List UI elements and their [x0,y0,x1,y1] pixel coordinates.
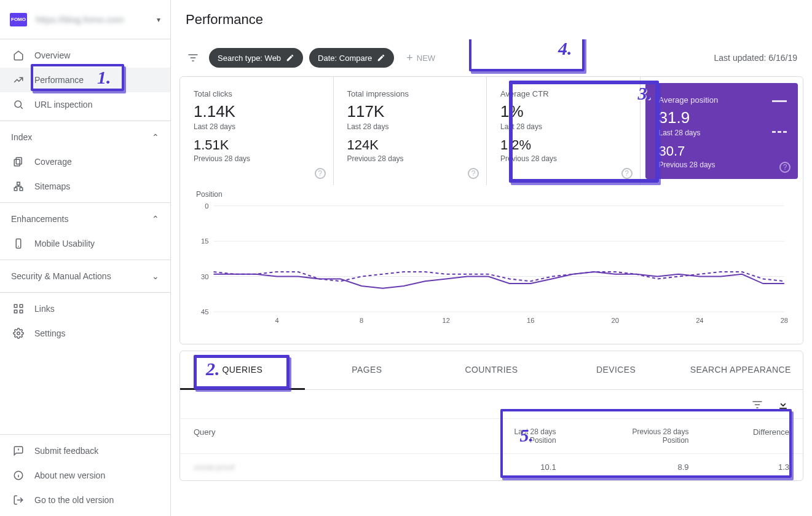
svg-point-11 [17,332,20,335]
col-last-position[interactable]: Last 28 days Position [460,419,570,454]
sidebar-group-index[interactable]: Index ⌃ [0,125,170,149]
info-icon [11,470,26,481]
annotation-number-1: 1. [97,67,111,88]
svg-rect-10 [20,310,23,313]
tab-search-appearance[interactable]: SEARCH APPEARANCE [678,351,803,389]
tab-countries[interactable]: COUNTRIES [429,351,554,389]
sidebar-item-links[interactable]: Links [0,296,170,321]
sidebar-item-label: Overview [34,50,70,60]
help-icon[interactable]: ? [779,162,790,173]
metric-value-prev: 124K [347,137,473,153]
svg-rect-8 [20,304,23,308]
chip-label: Search type: Web [218,54,281,63]
col-difference[interactable]: Difference [703,419,803,454]
svg-text:24: 24 [696,317,703,324]
sidebar-item-label: Coverage [34,157,72,167]
sidebar-item-url-inspection[interactable]: URL inspection [0,92,170,117]
sitemap-icon [11,181,26,192]
help-icon[interactable]: ? [468,168,479,179]
chevron-down-icon: ⌄ [152,271,159,281]
metric-value-prev: 1.51K [194,137,320,153]
cell-difference: 1.3 [703,454,803,481]
sidebar-item-sitemaps[interactable]: Sitemaps [0,174,170,199]
sidebar-item-label: Settings [34,328,66,338]
help-icon[interactable]: ? [315,168,326,179]
sidebar-item-label: Links [34,304,55,314]
metric-impressions[interactable]: Total impressions 117K Last 28 days 124K… [334,77,487,185]
metric-label: Average CTR [500,89,626,98]
plus-icon: + [406,52,413,63]
metric-value-prev: 1.2% [500,137,626,153]
metric-value: 1% [500,102,626,121]
sidebar-item-old-version[interactable]: Go to the old version [0,488,170,512]
sidebar-item-about[interactable]: About new version [0,463,170,488]
sidebar-item-label: Performance [34,75,84,85]
svg-rect-2 [14,159,20,166]
metric-label: Total clicks [194,89,320,98]
sidebar-item-label: URL inspection [34,100,92,109]
svg-text:16: 16 [527,317,534,324]
sidebar-group-security[interactable]: Security & Manual Actions ⌄ [0,264,170,288]
exit-icon [11,494,26,506]
table-row[interactable]: social proof 10.1 8.9 1.3 [180,454,803,481]
sidebar-item-settings[interactable]: Settings [0,321,170,346]
metric-value: 1.14K [194,102,320,121]
sidebar-item-label: About new version [34,470,105,480]
sidebar-item-coverage[interactable]: Coverage [0,149,170,174]
metric-ctr[interactable]: Average CTR 1% Last 28 days 1.2% Previou… [487,77,641,185]
sidebar-item-performance[interactable]: Performance 1. [0,68,170,92]
sidebar-item-overview[interactable]: Overview [0,43,170,68]
tabs-row: QUERIES PAGES COUNTRIES DEVICES SEARCH A… [180,351,803,390]
svg-text:30: 30 [201,273,208,280]
metric-sub-prev: Previous 28 days [347,154,473,163]
chevron-down-icon: ▾ [157,15,160,24]
content-scroll[interactable]: Search type: Web Date: Compare + NEW Las… [171,39,812,516]
metric-clicks[interactable]: Total clicks 1.14K Last 28 days 1.51K Pr… [180,77,334,185]
site-logo: FOMO [10,13,27,26]
col-prev-position[interactable]: Previous 28 days Position [570,419,703,454]
sidebar-item-feedback[interactable]: Submit feedback [0,439,170,463]
sidebar-item-label: Sitemaps [34,181,70,191]
sidebar-item-mobile[interactable]: Mobile Usability [0,231,170,256]
legend-dashed-icon [772,131,787,133]
search-type-chip[interactable]: Search type: Web [209,48,303,68]
tab-devices[interactable]: DEVICES [554,351,679,389]
property-selector[interactable]: FOMO https://blog.fomo.com ▾ [0,0,170,39]
metric-sub: Last 28 days [500,122,626,131]
metric-label: Average position [659,95,785,105]
download-icon[interactable] [777,399,789,413]
col-query[interactable]: Query [180,419,460,454]
new-label: NEW [417,54,435,63]
feedback-icon [11,445,26,456]
svg-rect-7 [14,304,17,308]
svg-rect-9 [14,310,17,313]
page-title: Performance [171,0,812,39]
metric-label: Total impressions [347,89,473,98]
tab-pages[interactable]: PAGES [305,351,430,389]
metric-sub-prev: Previous 28 days [500,154,626,163]
queries-table: Query Last 28 days Position Previous 28 … [180,418,803,480]
chip-label: Date: Compare [318,54,372,63]
chevron-up-icon: ⌃ [152,214,159,224]
legend-solid-icon [772,100,787,102]
help-icon[interactable]: ? [621,168,633,179]
metric-position[interactable]: Average position 31.9 Last 28 days 30.7 … [645,83,798,179]
cell-prev-position: 8.9 [570,454,703,481]
site-url: https://blog.fomo.com [36,14,157,25]
table-filter-icon[interactable] [751,399,763,413]
sidebar-item-label: Submit feedback [34,446,98,456]
svg-text:20: 20 [612,317,619,324]
svg-rect-3 [17,182,20,185]
add-filter-button[interactable]: + NEW [400,48,441,68]
svg-text:8: 8 [360,317,363,324]
metric-value-prev: 30.7 [659,143,785,159]
svg-text:0: 0 [205,202,208,210]
sidebar: FOMO https://blog.fomo.com ▾ Overview Pe… [0,0,171,516]
pages-icon [11,156,26,167]
filter-toolbar: Search type: Web Date: Compare + NEW Las… [171,39,812,76]
tab-queries[interactable]: QUERIES [180,351,305,390]
metric-sub-prev: Previous 28 days [659,161,785,169]
filter-icon[interactable] [186,52,200,64]
sidebar-group-enhancements[interactable]: Enhancements ⌃ [0,207,170,231]
date-chip[interactable]: Date: Compare [309,48,394,68]
